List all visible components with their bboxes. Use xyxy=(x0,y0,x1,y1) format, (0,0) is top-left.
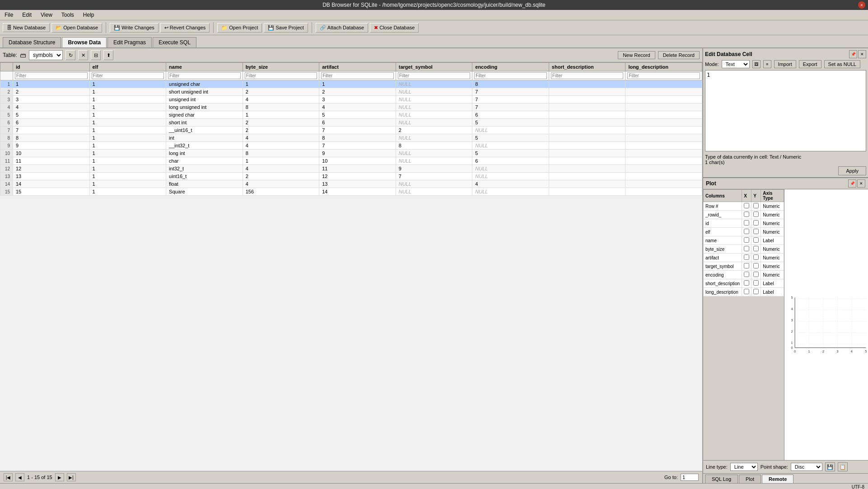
table-row[interactable]: 221short unsigned int22NULL7 xyxy=(0,88,702,96)
table-cell[interactable]: 6 xyxy=(472,157,549,165)
table-cell[interactable]: 10 xyxy=(13,150,90,157)
table-cell[interactable]: 8 xyxy=(319,134,396,142)
table-cell[interactable]: float xyxy=(166,180,243,188)
table-cell[interactable]: 7 xyxy=(319,127,396,134)
table-row[interactable]: 771__uint16_t272NULL xyxy=(0,127,702,134)
point-shape-select[interactable]: Disc Square Triangle xyxy=(791,463,822,471)
table-cell[interactable]: unsigned char xyxy=(166,80,243,88)
table-cell[interactable]: 1 xyxy=(89,127,166,134)
set-null-button[interactable]: Set as NULL xyxy=(824,60,860,68)
table-cell[interactable]: 4 xyxy=(243,134,319,142)
menu-view[interactable]: View xyxy=(38,11,55,19)
table-cell[interactable] xyxy=(549,173,625,180)
menu-tools[interactable]: Tools xyxy=(59,11,77,19)
table-cell[interactable]: 7 xyxy=(472,88,549,96)
table-cell[interactable] xyxy=(549,80,625,88)
table-cell[interactable]: NULL xyxy=(472,165,549,173)
col-header-target-symbol[interactable]: target_symbol xyxy=(396,63,472,71)
filter-target-symbol-input[interactable] xyxy=(398,72,471,79)
table-cell[interactable] xyxy=(549,142,625,150)
goto-input[interactable] xyxy=(681,474,699,481)
table-cell[interactable]: 8 xyxy=(13,134,90,142)
table-cell[interactable]: long unsigned int xyxy=(166,103,243,111)
table-cell[interactable]: 11 xyxy=(319,165,396,173)
x-checkbox[interactable] xyxy=(744,289,749,294)
plot-pin-button[interactable]: 📌 xyxy=(848,179,856,188)
table-cell[interactable]: 6 xyxy=(319,119,396,127)
table-cell[interactable]: 8 xyxy=(243,150,319,157)
table-cell[interactable] xyxy=(549,165,625,173)
table-cell[interactable] xyxy=(549,150,625,157)
table-cell[interactable]: 3 xyxy=(13,96,90,103)
table-cell[interactable]: 6 xyxy=(472,111,549,119)
table-cell[interactable]: NULL xyxy=(472,142,549,150)
filter-elf-input[interactable] xyxy=(92,72,164,79)
table-row[interactable]: 10101long int89NULL5 xyxy=(0,150,702,157)
x-checkbox[interactable] xyxy=(744,237,749,243)
table-cell[interactable] xyxy=(625,103,702,111)
table-cell[interactable] xyxy=(625,180,702,188)
table-cell[interactable]: 7 xyxy=(319,142,396,150)
tab-execute-sql[interactable]: Execute SQL xyxy=(153,37,196,47)
mode-select[interactable]: Text Binary Null xyxy=(722,60,750,68)
table-cell[interactable]: 14 xyxy=(13,180,90,188)
x-checkbox[interactable] xyxy=(744,229,749,234)
table-cell[interactable]: 1 xyxy=(13,80,90,88)
plot-copy-button[interactable]: 📋 xyxy=(838,462,848,471)
table-cell[interactable]: 1 xyxy=(89,165,166,173)
table-cell[interactable]: 8 xyxy=(243,103,319,111)
refresh-button[interactable]: ↻ xyxy=(65,50,75,60)
table-cell[interactable] xyxy=(625,80,702,88)
table-cell[interactable]: 5 xyxy=(472,134,549,142)
new-record-button[interactable]: New Record xyxy=(618,51,655,59)
table-cell[interactable]: 7 xyxy=(472,96,549,103)
table-cell[interactable]: 1 xyxy=(89,111,166,119)
table-row[interactable]: 11111char110NULL6 xyxy=(0,157,702,165)
table-cell[interactable]: 1 xyxy=(89,103,166,111)
table-cell[interactable] xyxy=(549,180,625,188)
plot-close-button[interactable]: ✕ xyxy=(857,179,865,188)
table-cell[interactable]: 11 xyxy=(13,157,90,165)
table-select[interactable]: symbols xyxy=(29,50,63,60)
menu-help[interactable]: Help xyxy=(80,11,97,19)
table-cell[interactable]: 2 xyxy=(319,88,396,96)
first-page-button[interactable]: |◀ xyxy=(4,473,13,481)
y-checkbox[interactable] xyxy=(753,220,759,226)
table-cell[interactable]: 3 xyxy=(319,96,396,103)
filter-id-input[interactable] xyxy=(15,72,88,79)
table-cell[interactable]: 2 xyxy=(243,119,319,127)
table-cell[interactable]: 5 xyxy=(472,119,549,127)
filter-short-desc-input[interactable] xyxy=(551,72,624,79)
mode-extra-button[interactable]: 🖼 xyxy=(752,60,761,68)
table-cell[interactable]: int32_t xyxy=(166,165,243,173)
close-button[interactable]: × xyxy=(858,1,865,9)
table-cell[interactable]: 15 xyxy=(13,188,90,196)
table-cell[interactable]: NULL xyxy=(396,103,472,111)
table-cell[interactable]: 14 xyxy=(319,188,396,196)
table-cell[interactable]: NULL xyxy=(396,119,472,127)
col-header-encoding[interactable]: encoding xyxy=(472,63,549,71)
table-cell[interactable]: 2 xyxy=(243,127,319,134)
table-row[interactable]: 111unsigned char11NULL8 xyxy=(0,80,702,88)
table-cell[interactable] xyxy=(549,188,625,196)
table-cell[interactable]: __int32_t xyxy=(166,142,243,150)
write-changes-button[interactable]: 💾 Write Changes xyxy=(110,23,159,33)
table-cell[interactable]: 5 xyxy=(13,111,90,119)
edit-cell-pin-button[interactable]: 📌 xyxy=(849,50,857,58)
x-checkbox[interactable] xyxy=(744,263,749,268)
table-cell[interactable]: Square xyxy=(166,188,243,196)
export-button[interactable]: ⬆ xyxy=(103,50,113,60)
col-header-long-description[interactable]: long_description xyxy=(625,63,702,71)
y-checkbox[interactable] xyxy=(753,203,759,208)
table-cell[interactable] xyxy=(549,96,625,103)
col-header-id[interactable]: id xyxy=(13,63,90,71)
filter-encoding-input[interactable] xyxy=(474,72,547,79)
table-cell[interactable]: NULL xyxy=(396,188,472,196)
tab-sql-log[interactable]: SQL Log xyxy=(705,475,738,483)
table-row[interactable]: 331unsigned int43NULL7 xyxy=(0,96,702,103)
table-cell[interactable]: 6 xyxy=(13,119,90,127)
table-cell[interactable] xyxy=(625,96,702,103)
table-cell[interactable]: unsigned int xyxy=(166,96,243,103)
table-row[interactable]: 13131uint16_t2127NULL xyxy=(0,173,702,180)
y-checkbox[interactable] xyxy=(753,280,759,286)
